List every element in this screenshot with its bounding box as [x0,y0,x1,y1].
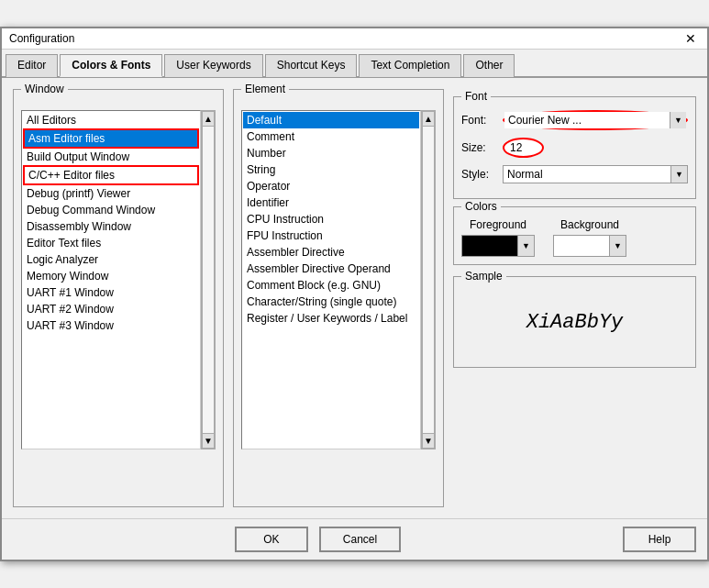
font-dropdown-button[interactable]: ▼ [670,112,686,128]
font-value: Courier New ... [504,112,670,128]
background-label: Background [560,218,619,231]
list-item[interactable]: Debug Command Window [23,202,199,218]
configuration-dialog: Configuration ✕ Editor Colors & Fonts Us… [0,27,709,561]
font-group-label: Font [461,90,491,103]
window-list[interactable]: All Editors Asm Editor files Build Outpu… [21,110,201,449]
font-name-row: Font: Courier New ... ▼ [461,110,688,130]
tab-user-keywords[interactable]: User Keywords [164,54,262,77]
list-item[interactable]: Disassembly Window [23,218,199,235]
foreground-picker[interactable]: ▼ [461,235,535,257]
list-item[interactable]: Memory Window [23,268,199,284]
foreground-dropdown[interactable]: ▼ [517,236,534,256]
tab-editor[interactable]: Editor [6,54,58,77]
list-item[interactable]: Character/String (single quote) [243,294,419,310]
list-item[interactable]: String [243,161,419,178]
list-item-asm-editor[interactable]: Asm Editor files [23,128,199,149]
list-item[interactable]: Assembler Directive Operand [243,261,419,277]
list-item[interactable]: UART #3 Window [23,317,199,334]
font-colors-panel: Font Font: Courier New ... ▼ Size: Style… [453,89,696,507]
size-input[interactable] [503,138,544,158]
tab-colors-fonts[interactable]: Colors & Fonts [60,54,162,77]
font-size-row: Size: [461,138,688,158]
style-value: Normal [504,166,670,183]
font-style-row: Style: Normal ▼ [461,165,688,183]
sample-text: XiAaBbYy [526,311,624,334]
list-item[interactable]: UART #2 Window [23,301,199,317]
list-item[interactable]: Build Output Window [23,149,199,165]
list-item-default[interactable]: Default [243,112,419,128]
scroll-up-button[interactable]: ▲ [202,111,215,127]
list-item[interactable]: All Editors [23,112,199,128]
help-button[interactable]: Help [623,527,696,552]
colors-group-label: Colors [461,200,501,213]
list-item[interactable]: Operator [243,178,419,194]
tab-other[interactable]: Other [463,54,515,77]
scroll-track[interactable] [202,127,215,433]
list-item[interactable]: CPU Instruction [243,211,419,227]
dialog-title: Configuration [9,32,74,45]
main-content: Window All Editors Asm Editor files Buil… [2,78,707,518]
list-item[interactable]: UART #1 Window [23,284,199,301]
element-list[interactable]: Default Comment Number String Operator I… [241,110,421,449]
background-swatch [554,236,609,256]
list-item[interactable]: Editor Text files [23,235,199,251]
style-selector[interactable]: Normal ▼ [503,165,688,183]
list-item[interactable]: Number [243,145,419,161]
foreground-item: Foreground ▼ [461,218,535,257]
list-item[interactable]: Assembler Directive [243,244,419,261]
tab-text-completion[interactable]: Text Completion [359,54,461,77]
list-item[interactable]: Identifier [243,194,419,211]
list-item[interactable]: FPU Instruction [243,227,419,244]
background-item: Background ▼ [553,218,626,257]
close-button[interactable]: ✕ [681,32,700,45]
font-selector[interactable]: Courier New ... ▼ [503,110,688,130]
background-dropdown[interactable]: ▼ [609,236,626,256]
colors-group: Colors Foreground ▼ Background ▼ [453,206,696,265]
colors-row: Foreground ▼ Background ▼ [461,218,688,257]
tab-shortcut-keys[interactable]: Shortcut Keys [265,54,358,77]
ok-button[interactable]: OK [235,527,308,552]
element-scroll-up[interactable]: ▲ [422,111,435,127]
list-item-cpp-editor[interactable]: C/C++ Editor files [23,165,199,185]
list-item[interactable]: Logic Analyzer [23,251,199,268]
element-scroll-down[interactable]: ▼ [422,433,435,449]
element-group-label: Element [241,83,289,95]
list-item[interactable]: Comment [243,128,419,145]
titlebar: Configuration ✕ [2,28,707,50]
style-dropdown-button[interactable]: ▼ [670,166,687,183]
element-group: Element Default Comment Number String Op… [233,89,444,507]
tab-bar: Editor Colors & Fonts User Keywords Shor… [2,50,707,78]
list-item[interactable]: Register / User Keywords / Label [243,310,419,327]
sample-group: Sample XiAaBbYy [453,276,696,368]
scroll-down-button[interactable]: ▼ [202,433,215,449]
window-scrollbar[interactable]: ▲ ▼ [201,110,216,449]
element-scroll-track[interactable] [422,127,435,433]
footer-buttons: OK Cancel [235,527,401,552]
list-item[interactable]: Comment Block (e.g. GNU) [243,277,419,294]
font-label: Font: [461,114,503,127]
cancel-button[interactable]: Cancel [319,527,401,552]
font-group: Font Font: Courier New ... ▼ Size: Style… [453,96,696,199]
style-label: Style: [461,168,503,181]
size-label: Size: [461,141,503,154]
window-group: Window All Editors Asm Editor files Buil… [13,89,224,507]
sample-group-label: Sample [461,270,506,283]
footer: OK Cancel Help [2,518,707,560]
foreground-swatch [462,236,517,256]
foreground-label: Foreground [470,218,526,231]
background-picker[interactable]: ▼ [553,235,626,257]
window-group-label: Window [21,83,68,95]
list-item[interactable]: Debug (printf) Viewer [23,185,199,202]
element-scrollbar[interactable]: ▲ ▼ [421,110,436,449]
